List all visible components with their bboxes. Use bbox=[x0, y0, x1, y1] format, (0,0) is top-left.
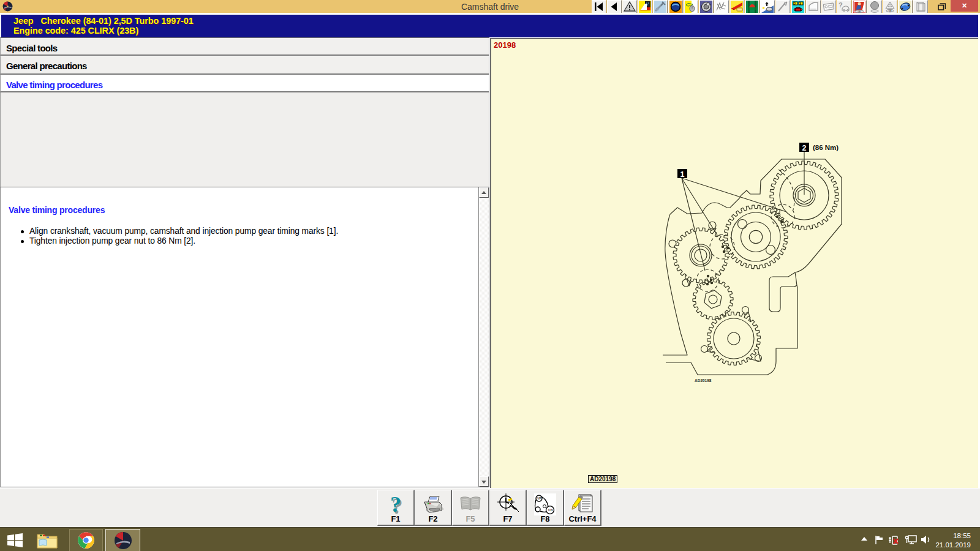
svg-text:2: 2 bbox=[802, 144, 807, 152]
svg-text:2: 2 bbox=[794, 2, 796, 6]
svg-text:(86 Nm): (86 Nm) bbox=[813, 144, 839, 151]
svg-text:VP: VP bbox=[537, 497, 541, 500]
svg-text:GB: GB bbox=[889, 10, 892, 12]
svg-text:KW: KW bbox=[548, 508, 553, 512]
svg-text:1: 1 bbox=[680, 170, 685, 179]
svg-text:?: ? bbox=[839, 1, 843, 9]
svg-text:3: 3 bbox=[799, 2, 801, 6]
svg-text:AD20198: AD20198 bbox=[695, 378, 712, 383]
